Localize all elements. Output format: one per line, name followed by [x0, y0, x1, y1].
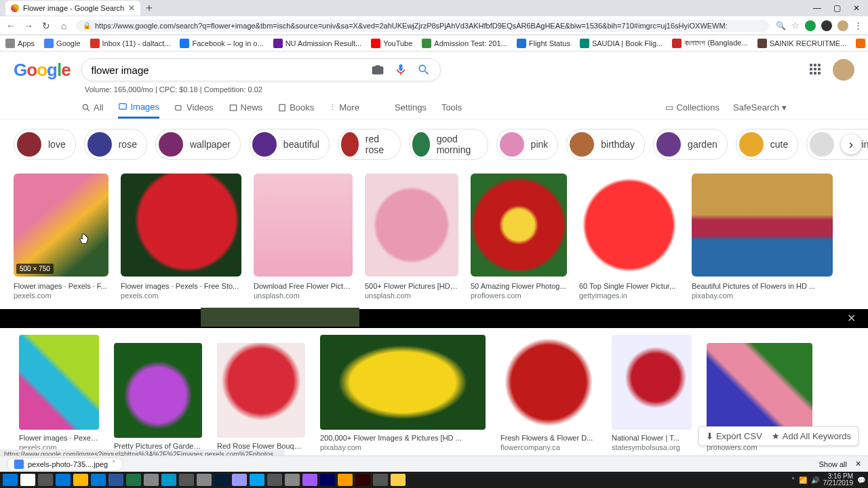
extension-icon[interactable]	[805, 20, 816, 31]
minimize-button[interactable]: —	[813, 3, 821, 13]
taskbar-ai-icon[interactable]	[320, 474, 335, 486]
apps-grid-icon[interactable]	[810, 64, 822, 76]
taskbar-taskview-icon[interactable]	[38, 474, 53, 486]
taskbar-misc9-icon[interactable]	[373, 474, 388, 486]
bookmark-item[interactable]: NU Admission Result...	[273, 39, 361, 48]
browser-tab[interactable]: Flower image - Google Search ✕	[5, 1, 140, 16]
taskbar-chrome-icon[interactable]	[391, 474, 406, 486]
tray-wifi-icon[interactable]: 📶	[799, 476, 807, 484]
camera-icon[interactable]	[371, 63, 384, 77]
image-result[interactable]: National Flower | T...statesymbolsusa.or…	[612, 335, 692, 451]
image-result[interactable]: 500 × 750Flower images · Pexels · F...pe…	[14, 174, 108, 300]
image-result[interactable]: Flower images · Pexels · Free Sto...pexe…	[121, 174, 241, 300]
close-download-bar-icon[interactable]: ✕	[855, 460, 861, 468]
suggestion-chip[interactable]: red rose	[338, 129, 401, 160]
bookmark-item[interactable]: Facebook – log in o...	[180, 39, 263, 48]
home-button[interactable]: ⌂	[58, 20, 69, 31]
image-result[interactable]: Fresh Flowers & Flower D...flowercompany…	[500, 335, 597, 451]
nav-news[interactable]: News	[229, 96, 263, 119]
reload-button[interactable]: ↻	[41, 20, 52, 31]
bookmark-item[interactable]: বাংলাদেশ (Banglade...	[672, 39, 747, 48]
suggestion-chip[interactable]: good morning	[409, 129, 488, 160]
taskbar-excel-icon[interactable]	[126, 474, 141, 486]
taskbar-mail-icon[interactable]	[91, 474, 106, 486]
tab-close-icon[interactable]: ✕	[128, 3, 135, 13]
back-button[interactable]: ←	[5, 20, 16, 31]
taskbar-word-icon[interactable]	[108, 474, 123, 486]
taskbar-ps-icon[interactable]	[214, 474, 229, 486]
bookmark-item[interactable]: Flight Status	[517, 39, 570, 48]
suggestion-chip[interactable]: garden	[653, 129, 728, 160]
image-result[interactable]: 50 Amazing Flower Photog...proflowers.co…	[471, 174, 567, 300]
tray-up-icon[interactable]: ˄	[791, 476, 795, 484]
taskbar-misc5-icon[interactable]	[250, 474, 264, 486]
nav-images[interactable]: Images	[118, 96, 159, 119]
image-result[interactable]: Download Free Flower Pictu...unsplash.co…	[254, 174, 353, 300]
suggestion-chip[interactable]: love	[14, 129, 76, 160]
image-result[interactable]: Pretty Pictures of Garden ...	[114, 343, 202, 451]
nav-settings[interactable]: Settings	[395, 96, 427, 119]
zoom-icon[interactable]: 🔍	[776, 21, 786, 30]
taskbar-misc8-icon[interactable]	[355, 474, 370, 486]
nav-books[interactable]: Books	[277, 96, 314, 119]
bookmark-item[interactable]: YouTube	[371, 39, 412, 48]
taskbar-misc2-icon[interactable]	[161, 474, 176, 486]
tray-volume-icon[interactable]: 🔊	[811, 476, 819, 484]
export-csv-button[interactable]: ⬇ Export CSV	[706, 431, 762, 441]
suggestion-chip[interactable]: beautiful	[249, 129, 330, 160]
download-item[interactable]: pexels-photo-735....jpeg ˄	[7, 458, 123, 471]
taskbar-start-icon[interactable]	[3, 474, 18, 486]
bookmark-item[interactable]: SAUDIA | Book Flig...	[580, 39, 663, 48]
chips-next-button[interactable]: ›	[841, 134, 861, 155]
taskbar-ae-icon[interactable]	[302, 474, 317, 486]
search-box[interactable]	[81, 58, 441, 81]
extension-icon[interactable]	[821, 20, 832, 31]
collections-button[interactable]: ▭Collections	[665, 102, 719, 113]
add-keywords-button[interactable]: ★ Add All Keywords	[772, 431, 851, 441]
nav-all[interactable]: All	[81, 96, 103, 119]
taskbar-misc3-icon[interactable]	[179, 474, 194, 486]
image-result[interactable]: 60 Top Single Flower Pictur...gettyimage…	[579, 174, 679, 300]
suggestion-chip[interactable]: rose	[84, 129, 147, 160]
taskbar-misc7-icon[interactable]	[285, 474, 300, 486]
close-preview-icon[interactable]: ✕	[847, 312, 856, 325]
bookmark-item[interactable]: Admission Test: 201...	[422, 39, 507, 48]
bookmark-star-icon[interactable]: ☆	[791, 20, 800, 30]
image-result[interactable]: 200,000+ Flower Images & Pictures [HD ..…	[320, 335, 486, 451]
forward-button[interactable]: →	[23, 20, 34, 31]
new-tab-button[interactable]: +	[140, 2, 157, 14]
bookmark-item[interactable]: প্রকল্প	[856, 39, 868, 48]
search-icon[interactable]	[417, 63, 431, 77]
url-field[interactable]: 🔒 https://www.google.com/search?q=flower…	[76, 20, 769, 32]
image-result[interactable]: 500+ Flower Pictures [HD] ...unsplash.co…	[365, 174, 458, 300]
suggestion-chip[interactable]: wallpaper	[155, 129, 241, 160]
close-window-button[interactable]: ✕	[853, 3, 860, 13]
nav-tools[interactable]: Tools	[441, 96, 462, 119]
nav-more[interactable]: ⋮More	[329, 96, 359, 119]
user-avatar[interactable]	[833, 59, 854, 81]
taskbar-files-icon[interactable]	[73, 474, 88, 486]
image-result[interactable]: Red Rose Flower Bouquet ...	[217, 343, 305, 451]
safesearch-button[interactable]: SafeSearch▾	[733, 102, 787, 113]
nav-videos[interactable]: Videos	[174, 96, 214, 119]
suggestion-chip[interactable]: cute	[736, 129, 798, 160]
show-all-downloads-button[interactable]: Show all	[818, 460, 847, 468]
bookmark-item[interactable]: Apps	[5, 39, 35, 48]
google-logo[interactable]: Google	[14, 60, 71, 81]
image-result[interactable]: Beautiful Pictures of Flowers in HD ...p…	[692, 174, 833, 300]
suggestion-chip[interactable]: pink	[496, 129, 559, 160]
search-input[interactable]	[92, 64, 371, 76]
bookmark-item[interactable]: Google	[44, 39, 80, 48]
taskbar-pr-icon[interactable]	[232, 474, 247, 486]
taskbar-clock[interactable]: 3:16 PM 7/21/2019	[823, 473, 854, 487]
taskbar-misc6-icon[interactable]	[267, 474, 282, 486]
suggestion-chip[interactable]: birthday	[566, 129, 645, 160]
profile-avatar-icon[interactable]	[837, 20, 848, 31]
maximize-button[interactable]: ▢	[833, 3, 841, 13]
taskbar-an-icon[interactable]	[338, 474, 353, 486]
image-result[interactable]: Flower images · Pexels · F...pexels.com	[19, 335, 99, 451]
menu-icon[interactable]: ⋮	[854, 20, 863, 30]
taskbar-search-icon[interactable]	[20, 474, 35, 486]
tray-notifications-icon[interactable]: 💬	[857, 476, 865, 484]
mic-icon[interactable]	[394, 63, 408, 77]
